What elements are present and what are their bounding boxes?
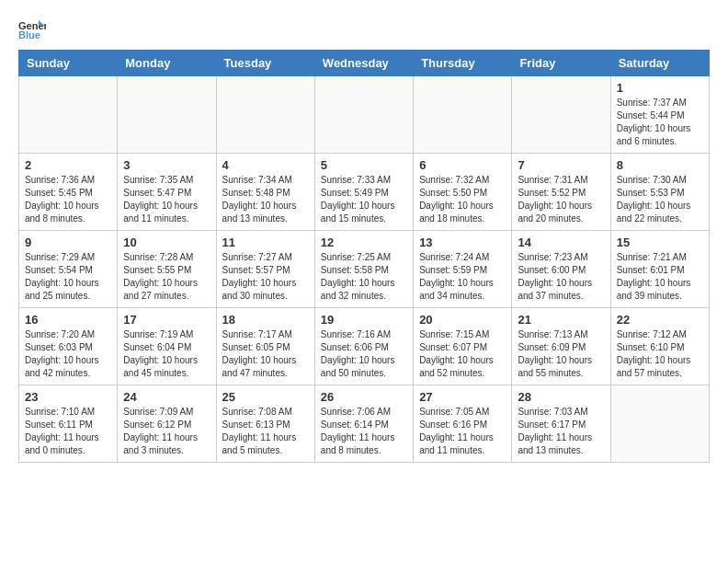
day-info: Sunrise: 7:23 AM Sunset: 6:00 PM Dayligh… xyxy=(518,251,604,303)
calendar-cell xyxy=(414,76,512,154)
day-info: Sunrise: 7:31 AM Sunset: 5:52 PM Dayligh… xyxy=(518,174,604,225)
calendar-cell: 27Sunrise: 7:05 AM Sunset: 6:16 PM Dayli… xyxy=(414,385,512,463)
day-info: Sunrise: 7:16 AM Sunset: 6:06 PM Dayligh… xyxy=(321,328,407,380)
calendar-cell: 19Sunrise: 7:16 AM Sunset: 6:06 PM Dayli… xyxy=(314,308,413,385)
day-number: 16 xyxy=(25,313,111,327)
day-info: Sunrise: 7:30 AM Sunset: 5:53 PM Dayligh… xyxy=(617,174,703,225)
calendar-cell xyxy=(512,76,610,154)
calendar-cell: 4Sunrise: 7:34 AM Sunset: 5:48 PM Daylig… xyxy=(216,154,314,231)
day-number: 19 xyxy=(321,313,407,327)
calendar-cell: 20Sunrise: 7:15 AM Sunset: 6:07 PM Dayli… xyxy=(414,308,512,385)
day-number: 10 xyxy=(123,236,210,249)
day-number: 15 xyxy=(617,236,703,249)
calendar-week-3: 16Sunrise: 7:20 AM Sunset: 6:03 PM Dayli… xyxy=(19,308,710,385)
day-info: Sunrise: 7:03 AM Sunset: 6:17 PM Dayligh… xyxy=(518,406,604,457)
day-number: 26 xyxy=(321,390,407,404)
day-info: Sunrise: 7:20 AM Sunset: 6:03 PM Dayligh… xyxy=(25,328,111,380)
day-number: 27 xyxy=(419,390,506,404)
day-number: 20 xyxy=(419,313,506,327)
calendar-header-row: SundayMondayTuesdayWednesdayThursdayFrid… xyxy=(19,51,710,76)
day-info: Sunrise: 7:29 AM Sunset: 5:54 PM Dayligh… xyxy=(25,251,111,303)
calendar-cell: 7Sunrise: 7:31 AM Sunset: 5:52 PM Daylig… xyxy=(512,154,610,231)
day-info: Sunrise: 7:21 AM Sunset: 6:01 PM Dayligh… xyxy=(617,251,703,303)
day-number: 13 xyxy=(419,236,506,249)
day-number: 8 xyxy=(617,158,703,172)
day-info: Sunrise: 7:09 AM Sunset: 6:12 PM Dayligh… xyxy=(123,406,210,457)
day-number: 22 xyxy=(617,313,703,327)
calendar-cell: 24Sunrise: 7:09 AM Sunset: 6:12 PM Dayli… xyxy=(118,385,216,463)
logo: General Blue xyxy=(18,18,50,40)
calendar-cell: 1Sunrise: 7:37 AM Sunset: 5:44 PM Daylig… xyxy=(610,76,709,154)
day-info: Sunrise: 7:06 AM Sunset: 6:14 PM Dayligh… xyxy=(321,406,407,457)
day-number: 21 xyxy=(518,313,604,327)
calendar-cell: 2Sunrise: 7:36 AM Sunset: 5:45 PM Daylig… xyxy=(19,154,118,231)
calendar-cell: 23Sunrise: 7:10 AM Sunset: 6:11 PM Dayli… xyxy=(19,385,118,463)
page-header: General Blue xyxy=(18,18,710,40)
day-info: Sunrise: 7:19 AM Sunset: 6:04 PM Dayligh… xyxy=(123,328,210,380)
day-info: Sunrise: 7:05 AM Sunset: 6:16 PM Dayligh… xyxy=(419,406,506,457)
calendar-cell: 17Sunrise: 7:19 AM Sunset: 6:04 PM Dayli… xyxy=(118,308,216,385)
day-info: Sunrise: 7:17 AM Sunset: 6:05 PM Dayligh… xyxy=(222,328,309,380)
calendar-week-0: 1Sunrise: 7:37 AM Sunset: 5:44 PM Daylig… xyxy=(19,76,710,154)
day-info: Sunrise: 7:37 AM Sunset: 5:44 PM Dayligh… xyxy=(617,97,703,148)
weekday-header-saturday: Saturday xyxy=(610,51,709,76)
weekday-header-wednesday: Wednesday xyxy=(314,51,413,76)
calendar-cell: 10Sunrise: 7:28 AM Sunset: 5:55 PM Dayli… xyxy=(118,231,216,308)
calendar-cell: 3Sunrise: 7:35 AM Sunset: 5:47 PM Daylig… xyxy=(118,154,216,231)
calendar-cell: 18Sunrise: 7:17 AM Sunset: 6:05 PM Dayli… xyxy=(216,308,314,385)
day-number: 28 xyxy=(518,390,604,404)
calendar-table: SundayMondayTuesdayWednesdayThursdayFrid… xyxy=(18,50,710,463)
day-number: 14 xyxy=(518,236,604,249)
day-number: 2 xyxy=(25,158,111,172)
calendar-cell xyxy=(610,385,709,463)
day-info: Sunrise: 7:35 AM Sunset: 5:47 PM Dayligh… xyxy=(123,174,210,225)
day-info: Sunrise: 7:28 AM Sunset: 5:55 PM Dayligh… xyxy=(123,251,210,303)
day-info: Sunrise: 7:24 AM Sunset: 5:59 PM Dayligh… xyxy=(419,251,506,303)
calendar-cell xyxy=(118,76,216,154)
calendar-cell: 11Sunrise: 7:27 AM Sunset: 5:57 PM Dayli… xyxy=(216,231,314,308)
day-info: Sunrise: 7:25 AM Sunset: 5:58 PM Dayligh… xyxy=(321,251,407,303)
calendar-cell: 16Sunrise: 7:20 AM Sunset: 6:03 PM Dayli… xyxy=(19,308,118,385)
calendar-cell: 21Sunrise: 7:13 AM Sunset: 6:09 PM Dayli… xyxy=(512,308,610,385)
day-number: 7 xyxy=(518,158,604,172)
calendar-cell: 26Sunrise: 7:06 AM Sunset: 6:14 PM Dayli… xyxy=(314,385,413,463)
calendar-cell: 8Sunrise: 7:30 AM Sunset: 5:53 PM Daylig… xyxy=(610,154,709,231)
weekday-header-friday: Friday xyxy=(512,51,610,76)
calendar-cell: 25Sunrise: 7:08 AM Sunset: 6:13 PM Dayli… xyxy=(216,385,314,463)
calendar-cell xyxy=(314,76,413,154)
calendar-cell: 5Sunrise: 7:33 AM Sunset: 5:49 PM Daylig… xyxy=(314,154,413,231)
day-number: 18 xyxy=(222,313,309,327)
day-number: 17 xyxy=(123,313,210,327)
calendar-cell: 28Sunrise: 7:03 AM Sunset: 6:17 PM Dayli… xyxy=(512,385,610,463)
calendar-cell: 6Sunrise: 7:32 AM Sunset: 5:50 PM Daylig… xyxy=(414,154,512,231)
day-info: Sunrise: 7:15 AM Sunset: 6:07 PM Dayligh… xyxy=(419,328,506,380)
day-info: Sunrise: 7:10 AM Sunset: 6:11 PM Dayligh… xyxy=(25,406,111,457)
day-number: 3 xyxy=(123,158,210,172)
day-number: 12 xyxy=(321,236,407,249)
day-number: 6 xyxy=(419,158,506,172)
calendar-cell: 15Sunrise: 7:21 AM Sunset: 6:01 PM Dayli… xyxy=(610,231,709,308)
day-number: 1 xyxy=(617,81,703,95)
day-info: Sunrise: 7:13 AM Sunset: 6:09 PM Dayligh… xyxy=(518,328,604,380)
calendar-cell: 12Sunrise: 7:25 AM Sunset: 5:58 PM Dayli… xyxy=(314,231,413,308)
weekday-header-thursday: Thursday xyxy=(414,51,512,76)
calendar-cell: 22Sunrise: 7:12 AM Sunset: 6:10 PM Dayli… xyxy=(610,308,709,385)
day-info: Sunrise: 7:12 AM Sunset: 6:10 PM Dayligh… xyxy=(617,328,703,380)
day-info: Sunrise: 7:32 AM Sunset: 5:50 PM Dayligh… xyxy=(419,174,506,225)
day-info: Sunrise: 7:36 AM Sunset: 5:45 PM Dayligh… xyxy=(25,174,111,225)
day-number: 4 xyxy=(222,158,309,172)
day-number: 11 xyxy=(222,236,309,249)
svg-text:Blue: Blue xyxy=(18,29,40,40)
calendar-cell: 9Sunrise: 7:29 AM Sunset: 5:54 PM Daylig… xyxy=(19,231,118,308)
calendar-week-1: 2Sunrise: 7:36 AM Sunset: 5:45 PM Daylig… xyxy=(19,154,710,231)
day-number: 25 xyxy=(222,390,309,404)
day-number: 5 xyxy=(321,158,407,172)
calendar-cell: 13Sunrise: 7:24 AM Sunset: 5:59 PM Dayli… xyxy=(414,231,512,308)
day-number: 24 xyxy=(123,390,210,404)
day-number: 23 xyxy=(25,390,111,404)
logo-icon: General Blue xyxy=(18,18,46,40)
calendar-cell: 14Sunrise: 7:23 AM Sunset: 6:00 PM Dayli… xyxy=(512,231,610,308)
day-info: Sunrise: 7:34 AM Sunset: 5:48 PM Dayligh… xyxy=(222,174,309,225)
calendar-cell xyxy=(19,76,118,154)
weekday-header-monday: Monday xyxy=(118,51,216,76)
